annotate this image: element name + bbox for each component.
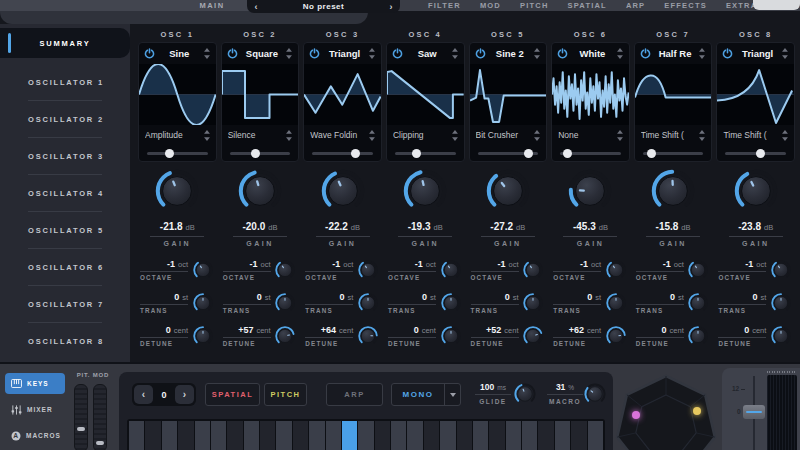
- keyboard-key[interactable]: [440, 421, 455, 450]
- tab-keys[interactable]: KEYS: [5, 373, 65, 394]
- keyboard-key[interactable]: [178, 421, 193, 450]
- chevron-updown-icon[interactable]: [698, 48, 706, 59]
- waveform-select[interactable]: Sine 2: [487, 48, 534, 59]
- gain-knob[interactable]: [566, 167, 614, 215]
- tab-main[interactable]: MAIN: [186, 1, 238, 10]
- tuning-knob[interactable]: [605, 259, 627, 281]
- effect-dropdown[interactable]: Amplitude: [139, 125, 216, 145]
- keyboard-key[interactable]: [309, 421, 324, 450]
- effect-amount-slider[interactable]: [139, 145, 216, 161]
- window-handle[interactable]: [753, 0, 800, 10]
- chevron-updown-icon[interactable]: [285, 48, 293, 59]
- chevron-updown-icon[interactable]: [368, 48, 376, 59]
- tuning-knob[interactable]: [357, 259, 379, 281]
- effect-dropdown[interactable]: Silence: [222, 125, 299, 145]
- tab-effects[interactable]: EFFECTS: [664, 1, 707, 10]
- gain-knob[interactable]: [484, 167, 532, 215]
- effect-dropdown[interactable]: Time Shift (: [635, 125, 712, 145]
- power-icon[interactable]: [475, 48, 487, 60]
- keyboard-key[interactable]: [407, 421, 422, 450]
- waveform-display[interactable]: [717, 64, 794, 125]
- chevron-updown-icon[interactable]: [781, 48, 789, 59]
- keyboard-key[interactable]: [260, 421, 275, 450]
- power-icon[interactable]: [640, 48, 652, 60]
- keyboard-key[interactable]: [473, 421, 488, 450]
- tuning-knob[interactable]: [687, 325, 709, 347]
- keyboard-key[interactable]: [375, 421, 390, 450]
- keyboard-key[interactable]: [424, 421, 439, 450]
- keyboard-key[interactable]: [538, 421, 553, 450]
- preset-name[interactable]: No preset: [265, 2, 382, 11]
- tab-pitch[interactable]: PITCH: [520, 1, 549, 10]
- tab-macros[interactable]: A MACROS: [5, 425, 65, 446]
- tab-mixer[interactable]: MIXER: [5, 399, 65, 420]
- effect-amount-slider[interactable]: [304, 145, 381, 161]
- keyboard-key[interactable]: [588, 421, 603, 450]
- octave-up-button[interactable]: ›: [175, 385, 194, 404]
- keyboard-key-highlighted[interactable]: [342, 421, 357, 450]
- octave-down-button[interactable]: ‹: [134, 385, 153, 404]
- effect-amount-slider[interactable]: [717, 145, 794, 161]
- gain-knob[interactable]: [732, 167, 780, 215]
- tuning-knob[interactable]: [522, 259, 544, 281]
- volume-slider-handle[interactable]: [743, 405, 765, 419]
- tuning-knob[interactable]: [440, 259, 462, 281]
- preset-next-icon[interactable]: ›: [382, 2, 400, 12]
- pitch-mode-button[interactable]: PITCH: [264, 383, 307, 406]
- waveform-select[interactable]: Sine: [156, 48, 203, 59]
- effect-amount-slider[interactable]: [470, 145, 547, 161]
- tuning-knob[interactable]: [770, 325, 792, 347]
- mod-wheel[interactable]: [93, 384, 107, 450]
- pad-dot-left[interactable]: [632, 411, 640, 419]
- effect-amount-slider[interactable]: [387, 145, 464, 161]
- effect-amount-slider[interactable]: [552, 145, 629, 161]
- gain-knob[interactable]: [153, 167, 201, 215]
- tab-spatial[interactable]: SPATIAL: [568, 1, 607, 10]
- waveform-select[interactable]: Square: [239, 48, 286, 59]
- chevron-updown-icon[interactable]: [203, 48, 211, 59]
- tuning-knob[interactable]: [274, 325, 296, 347]
- waveform-display[interactable]: [304, 64, 381, 125]
- tab-arp[interactable]: ARP: [626, 1, 645, 10]
- tuning-knob[interactable]: [440, 325, 462, 347]
- keyboard-key[interactable]: [211, 421, 226, 450]
- keyboard-key[interactable]: [358, 421, 373, 450]
- waveform-select[interactable]: Saw: [404, 48, 451, 59]
- keyboard-key[interactable]: [145, 421, 160, 450]
- keyboard-key[interactable]: [489, 421, 504, 450]
- sidebar-item-summary[interactable]: SUMMARY: [0, 28, 130, 58]
- slider-thumb[interactable]: [251, 149, 260, 158]
- keyboard-key[interactable]: [276, 421, 291, 450]
- keyboard-key[interactable]: [506, 421, 521, 450]
- power-icon[interactable]: [144, 48, 156, 60]
- keyboard-key[interactable]: [162, 421, 177, 450]
- preset-prev-icon[interactable]: ‹: [247, 2, 265, 12]
- keyboard-key[interactable]: [129, 421, 144, 450]
- sidebar-item-oscillator-4[interactable]: OSCILLATOR 4: [0, 175, 130, 212]
- waveform-display[interactable]: [139, 64, 216, 125]
- keyboard-key[interactable]: [555, 421, 570, 450]
- tuning-knob[interactable]: [605, 325, 627, 347]
- gain-knob[interactable]: [236, 167, 284, 215]
- sidebar-item-oscillator-6[interactable]: OSCILLATOR 6: [0, 249, 130, 286]
- sidebar-item-oscillator-5[interactable]: OSCILLATOR 5: [0, 212, 130, 249]
- effect-dropdown[interactable]: Bit Crusher: [470, 125, 547, 145]
- keyboard-key[interactable]: [571, 421, 586, 450]
- power-icon[interactable]: [309, 48, 321, 60]
- slider-thumb[interactable]: [412, 149, 421, 158]
- voice-mode-dropdown[interactable]: MONO: [391, 383, 461, 406]
- effect-dropdown[interactable]: Clipping: [387, 125, 464, 145]
- glide-knob[interactable]: [513, 382, 537, 406]
- waveform-display[interactable]: [635, 64, 712, 125]
- pitch-wheel[interactable]: [74, 384, 88, 450]
- tab-mod[interactable]: MOD: [480, 1, 501, 10]
- sidebar-item-oscillator-3[interactable]: OSCILLATOR 3: [0, 138, 130, 175]
- macro-knob[interactable]: [583, 382, 607, 406]
- keyboard-key[interactable]: [195, 421, 210, 450]
- waveform-display[interactable]: [222, 64, 299, 125]
- effect-amount-slider[interactable]: [222, 145, 299, 161]
- keyboard-key[interactable]: [227, 421, 242, 450]
- spatial-mode-button[interactable]: SPATIAL: [205, 383, 260, 406]
- sidebar-item-oscillator-8[interactable]: OSCILLATOR 8: [0, 323, 130, 360]
- effect-dropdown[interactable]: None: [552, 125, 629, 145]
